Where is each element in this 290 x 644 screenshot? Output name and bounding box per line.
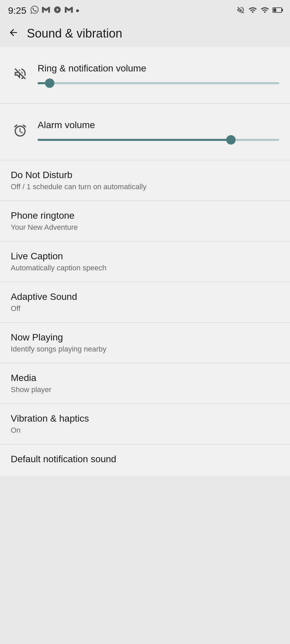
gmail2-icon xyxy=(65,6,73,16)
gmail-icon xyxy=(42,6,50,16)
copilot-icon xyxy=(53,6,61,16)
live-caption-title: Live Caption xyxy=(11,251,279,262)
bell-off-icon xyxy=(11,64,30,83)
status-left: 9:25 xyxy=(8,5,79,16)
back-button[interactable] xyxy=(8,27,19,40)
phone-ringtone-title: Phone ringtone xyxy=(11,210,279,221)
menu-item-adaptive-sound[interactable]: Adaptive Sound Off xyxy=(0,282,290,322)
ring-volume-slider[interactable] xyxy=(38,79,279,87)
status-icons-left xyxy=(31,6,79,16)
ring-volume-row: Ring & notification volume xyxy=(11,56,279,94)
media-subtitle: Show player xyxy=(11,385,279,394)
media-title: Media xyxy=(11,373,279,383)
battery-icon xyxy=(273,7,282,14)
page-title: Sound & vibration xyxy=(27,26,122,41)
alarm-volume-slider[interactable] xyxy=(38,136,279,144)
ring-volume-section: Ring & notification volume xyxy=(0,47,290,103)
now-playing-subtitle: Identify songs playing nearby xyxy=(11,345,279,354)
phone-ringtone-subtitle: Your New Adventure xyxy=(11,223,279,232)
wifi-icon xyxy=(248,6,257,16)
mute-icon xyxy=(236,6,245,16)
adaptive-sound-title: Adaptive Sound xyxy=(11,291,279,302)
whatsapp-icon xyxy=(31,6,39,16)
menu-item-now-playing[interactable]: Now Playing Identify songs playing nearb… xyxy=(0,323,290,363)
alarm-volume-section: Alarm volume xyxy=(0,104,290,160)
vibration-haptics-title: Vibration & haptics xyxy=(11,413,279,424)
do-not-disturb-subtitle: Off / 1 schedule can turn on automatical… xyxy=(11,182,279,191)
ring-volume-content: Ring & notification volume xyxy=(38,63,279,87)
content: Ring & notification volume Alarm xyxy=(0,47,290,476)
alarm-volume-content: Alarm volume xyxy=(38,120,279,144)
menu-item-media[interactable]: Media Show player xyxy=(0,363,290,404)
menu-item-phone-ringtone[interactable]: Phone ringtone Your New Adventure xyxy=(0,201,290,241)
signal-icon xyxy=(260,6,269,16)
menu-item-live-caption[interactable]: Live Caption Automatically caption speec… xyxy=(0,241,290,282)
status-time: 9:25 xyxy=(8,5,27,16)
alarm-volume-row: Alarm volume xyxy=(11,113,279,151)
vibration-haptics-subtitle: On xyxy=(11,426,279,435)
ring-volume-label: Ring & notification volume xyxy=(38,63,279,74)
now-playing-title: Now Playing xyxy=(11,332,279,343)
alarm-volume-label: Alarm volume xyxy=(38,120,279,130)
do-not-disturb-title: Do Not Disturb xyxy=(11,170,279,180)
menu-item-default-notification-sound[interactable]: Default notification sound xyxy=(0,444,290,476)
toolbar: Sound & vibration xyxy=(0,20,290,47)
status-icons-right xyxy=(236,6,282,16)
adaptive-sound-subtitle: Off xyxy=(11,304,279,313)
default-notification-sound-title: Default notification sound xyxy=(11,454,279,465)
notification-dot xyxy=(76,9,79,12)
live-caption-subtitle: Automatically caption speech xyxy=(11,264,279,272)
menu-item-vibration-haptics[interactable]: Vibration & haptics On xyxy=(0,404,290,444)
menu-item-do-not-disturb[interactable]: Do Not Disturb Off / 1 schedule can turn… xyxy=(0,160,290,201)
status-bar: 9:25 xyxy=(0,0,290,20)
alarm-icon xyxy=(11,121,30,140)
